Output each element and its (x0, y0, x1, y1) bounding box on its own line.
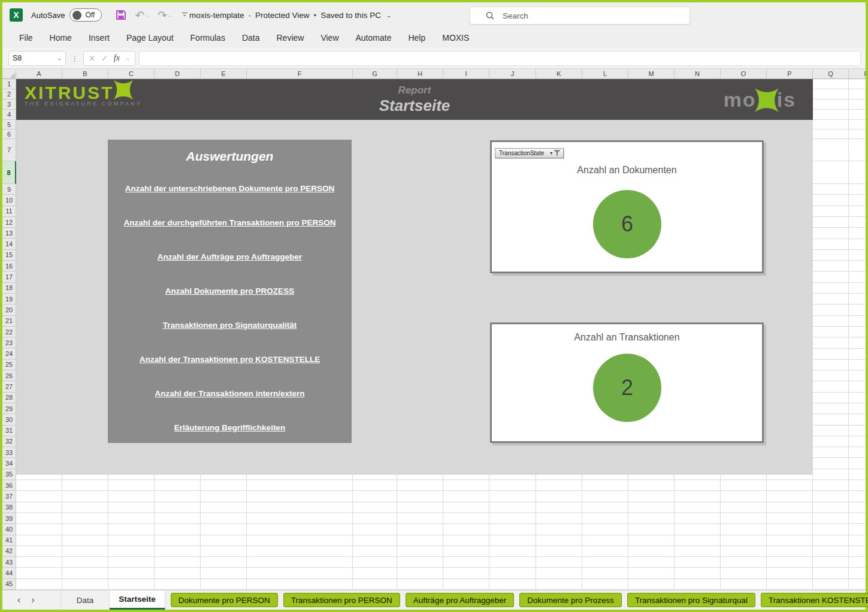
title-chevron-icon[interactable]: ⌄ (386, 12, 391, 19)
fx-chevron-icon[interactable]: ⌄ (126, 55, 131, 61)
row-header-45[interactable]: 45 (2, 579, 16, 590)
row-header-14[interactable]: 14 (2, 239, 16, 249)
column-header-P[interactable]: P (767, 69, 813, 79)
row-header-18[interactable]: 18 (2, 283, 16, 294)
column-header-H[interactable]: H (397, 69, 443, 79)
sheet-tab-dokumente-pro-prozess[interactable]: Dokumente pro Prozess (519, 593, 622, 607)
row-header-28[interactable]: 28 (2, 393, 16, 403)
column-header-A[interactable]: A (16, 69, 62, 79)
search-input[interactable]: Search (470, 7, 690, 25)
row-header-29[interactable]: 29 (2, 403, 16, 414)
row-header-2[interactable]: 2 (2, 89, 16, 100)
row-header-6[interactable]: 6 (2, 129, 16, 139)
row-header-4[interactable]: 4 (2, 110, 16, 120)
row-header-33[interactable]: 33 (2, 447, 16, 458)
name-box[interactable]: S8 ⌄ (8, 51, 66, 66)
row-header-8[interactable]: 8 (2, 161, 16, 184)
sheet-tab-transaktionen-pro-signaturqual[interactable]: Transaktionen pro Signaturqual (627, 593, 755, 607)
sheet-nav-prev-button[interactable]: ‹ (12, 595, 26, 605)
save-icon[interactable] (116, 10, 126, 20)
undo-button[interactable]: ↶⌄ (135, 8, 149, 22)
ribbon-tab-data[interactable]: Data (234, 28, 268, 48)
row-header-25[interactable]: 25 (2, 360, 16, 370)
sheet-tab-transaktionen-kostenstelle[interactable]: Transaktionen KOSTENSTELLE (761, 593, 868, 607)
row-header-7[interactable]: 7 (2, 139, 16, 161)
row-header-11[interactable]: 11 (2, 206, 16, 217)
row-header-20[interactable]: 20 (2, 305, 16, 315)
column-header-E[interactable]: E (201, 69, 247, 79)
ribbon-tab-moxis[interactable]: MOXIS (434, 28, 477, 48)
redo-chevron-icon[interactable]: ⌄ (168, 13, 172, 18)
row-header-36[interactable]: 36 (2, 480, 16, 491)
row-header-5[interactable]: 5 (2, 120, 16, 129)
column-header-K[interactable]: K (536, 69, 582, 79)
row-header-39[interactable]: 39 (2, 513, 16, 524)
select-all-corner[interactable] (2, 69, 16, 79)
ribbon-tab-formulas[interactable]: Formulas (182, 28, 234, 48)
row-header-16[interactable]: 16 (2, 261, 16, 272)
ribbon-tab-home[interactable]: Home (41, 28, 80, 48)
row-header-10[interactable]: 10 (2, 195, 16, 206)
column-header-C[interactable]: C (108, 69, 155, 79)
row-header-19[interactable]: 19 (2, 294, 16, 305)
row-header-23[interactable]: 23 (2, 337, 16, 348)
row-header-37[interactable]: 37 (2, 491, 16, 502)
sheet-tab-aufträge-pro-auftraggeber[interactable]: Aufträge pro Auftraggeber (406, 593, 514, 607)
column-header-G[interactable]: G (353, 69, 397, 79)
auswertungen-link-8[interactable]: Erläuterung Begrifflichkeiten (108, 423, 352, 432)
auswertungen-link-2[interactable]: Anzahl der durchgeführten Transaktionen … (108, 218, 352, 227)
ribbon-tab-help[interactable]: Help (400, 28, 434, 48)
excel-app-icon[interactable]: X (10, 8, 23, 22)
row-header-17[interactable]: 17 (2, 272, 16, 282)
ribbon-tab-automate[interactable]: Automate (347, 28, 400, 48)
auswertungen-link-5[interactable]: Transaktionen pro Signaturqualität (108, 321, 352, 330)
auswertungen-link-7[interactable]: Anzahl der Transaktionen intern/extern (108, 389, 352, 398)
autosave-toggle[interactable]: Off (69, 8, 102, 22)
row-header-1[interactable]: 1 (2, 79, 16, 89)
column-header-N[interactable]: N (675, 69, 721, 79)
transaction-state-filter-button[interactable]: TransactionState ▾ (495, 148, 564, 158)
column-header-I[interactable]: I (443, 69, 489, 79)
row-header-38[interactable]: 38 (2, 502, 16, 513)
row-header-9[interactable]: 9 (2, 184, 16, 195)
auswertungen-link-1[interactable]: Anzahl der unterschriebenen Dokumente pr… (108, 184, 352, 193)
row-header-15[interactable]: 15 (2, 250, 16, 261)
redo-button[interactable]: ↷⌄ (158, 8, 172, 22)
column-header-R[interactable]: R (849, 69, 866, 79)
sheet-tab-startseite[interactable]: Startseite (110, 590, 165, 610)
row-header-43[interactable]: 43 (2, 557, 16, 568)
sheet-nav-next-button[interactable]: › (26, 595, 40, 605)
ribbon-tab-view[interactable]: View (312, 28, 347, 48)
saved-status[interactable]: Saved to this PC (320, 11, 381, 20)
name-box-chevron-icon[interactable]: ⌄ (57, 55, 62, 61)
row-header-34[interactable]: 34 (2, 458, 16, 469)
row-header-31[interactable]: 31 (2, 426, 16, 436)
ribbon-tab-review[interactable]: Review (268, 28, 313, 48)
row-header-21[interactable]: 21 (2, 316, 16, 327)
column-header-Q[interactable]: Q (813, 69, 849, 79)
sheet-canvas[interactable]: XITRUST THE ESIGNATURE COMPANY Report St… (16, 79, 866, 590)
insert-function-button[interactable]: fx (114, 53, 120, 63)
ribbon-tab-insert[interactable]: Insert (80, 28, 118, 48)
row-header-13[interactable]: 13 (2, 228, 16, 239)
auswertungen-link-6[interactable]: Anzahl der Transaktionen pro KOSTENSTELL… (108, 355, 352, 364)
undo-chevron-icon[interactable]: ⌄ (145, 13, 149, 18)
column-header-M[interactable]: M (628, 69, 675, 79)
ribbon-tab-page-layout[interactable]: Page Layout (118, 28, 182, 48)
auswertungen-link-4[interactable]: Anzahl Dokumente pro PROZESS (108, 287, 352, 296)
column-header-F[interactable]: F (247, 69, 353, 79)
row-header-41[interactable]: 41 (2, 535, 16, 546)
formula-input[interactable] (139, 51, 861, 66)
row-header-42[interactable]: 42 (2, 546, 16, 557)
ribbon-tab-file[interactable]: File (11, 28, 41, 48)
quick-access-toolbar-icon[interactable]: ⌄ (182, 13, 187, 18)
row-header-24[interactable]: 24 (2, 348, 16, 359)
sheet-tab-dokumente-pro-person[interactable]: Dokumente pro PERSON (171, 593, 278, 607)
column-header-O[interactable]: O (721, 69, 767, 79)
auswertungen-link-3[interactable]: Anzahl der Aufträge pro Auftraggeber (108, 252, 352, 261)
row-header-44[interactable]: 44 (2, 568, 16, 578)
row-header-30[interactable]: 30 (2, 414, 16, 425)
confirm-entry-button[interactable]: ✓ (101, 54, 108, 63)
row-header-12[interactable]: 12 (2, 217, 16, 228)
column-header-B[interactable]: B (62, 69, 108, 79)
